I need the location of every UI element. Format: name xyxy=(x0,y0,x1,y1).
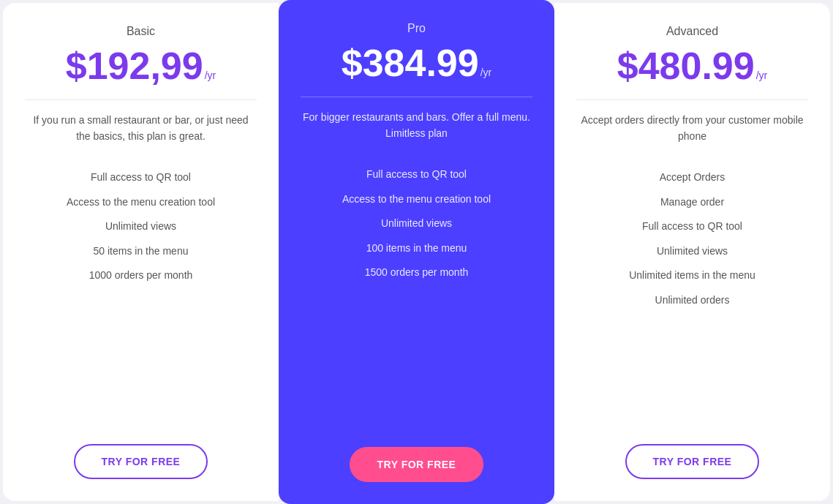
basic-feature-1: Full access to QR tool xyxy=(25,170,257,185)
advanced-features-list: Accept Orders Manage order Full access t… xyxy=(576,170,808,444)
plan-card-advanced: Advanced $480.99 /yr Accept orders direc… xyxy=(554,3,830,501)
advanced-plan-name: Advanced xyxy=(666,25,718,38)
pro-feature-4: 100 items in the menu xyxy=(301,241,532,256)
pro-cta-button[interactable]: TRY FOR FREE xyxy=(350,447,484,482)
basic-divider xyxy=(25,99,257,100)
basic-feature-5: 1000 orders per month xyxy=(25,268,257,283)
basic-description: If you run a small restaurant or bar, or… xyxy=(25,112,257,159)
basic-cta-button[interactable]: TRY FOR FREE xyxy=(74,444,208,479)
advanced-feature-2: Manage order xyxy=(576,195,808,210)
plan-card-basic: Basic $192,99 /yr If you run a small res… xyxy=(3,3,279,501)
pricing-container: Basic $192,99 /yr If you run a small res… xyxy=(0,0,833,504)
advanced-feature-6: Unlimited orders xyxy=(576,293,808,308)
pro-price-amount: $384.99 xyxy=(342,44,479,82)
basic-features-list: Full access to QR tool Access to the men… xyxy=(25,170,257,444)
basic-price-amount: $192,99 xyxy=(66,47,203,85)
basic-price-period: /yr xyxy=(205,69,216,81)
basic-price-row: $192,99 /yr xyxy=(66,47,216,85)
pro-feature-2: Access to the menu creation tool xyxy=(301,192,532,207)
pro-price-period: /yr xyxy=(480,67,492,78)
advanced-feature-4: Unlimited views xyxy=(576,244,808,259)
advanced-feature-3: Full access to QR tool xyxy=(576,219,808,234)
basic-plan-name: Basic xyxy=(127,25,155,38)
advanced-feature-5: Unlimited items in the menu xyxy=(576,268,808,283)
pro-plan-name: Pro xyxy=(407,22,426,35)
pro-features-list: Full access to QR tool Access to the men… xyxy=(301,168,532,447)
pro-feature-3: Unlimited views xyxy=(301,217,532,231)
plan-card-pro: Pro $384.99 /yr For bigger restaurants a… xyxy=(279,0,554,504)
pro-description: For bigger restaurants and bars. Offer a… xyxy=(301,109,532,156)
basic-feature-4: 50 items in the menu xyxy=(25,244,257,259)
advanced-feature-1: Accept Orders xyxy=(576,170,808,185)
pro-price-row: $384.99 /yr xyxy=(342,44,492,82)
advanced-price-period: /yr xyxy=(756,69,768,81)
advanced-description: Accept orders directly from your custome… xyxy=(576,112,808,159)
pro-feature-5: 1500 orders per month xyxy=(301,266,532,280)
advanced-cta-button[interactable]: TRY FOR FREE xyxy=(625,444,760,479)
advanced-price-row: $480.99 /yr xyxy=(617,47,768,85)
advanced-divider xyxy=(576,99,808,100)
pro-feature-1: Full access to QR tool xyxy=(301,168,532,182)
pro-divider xyxy=(301,97,532,97)
basic-feature-2: Access to the menu creation tool xyxy=(25,195,257,210)
basic-feature-3: Unlimited views xyxy=(25,219,257,234)
advanced-price-amount: $480.99 xyxy=(617,47,755,85)
